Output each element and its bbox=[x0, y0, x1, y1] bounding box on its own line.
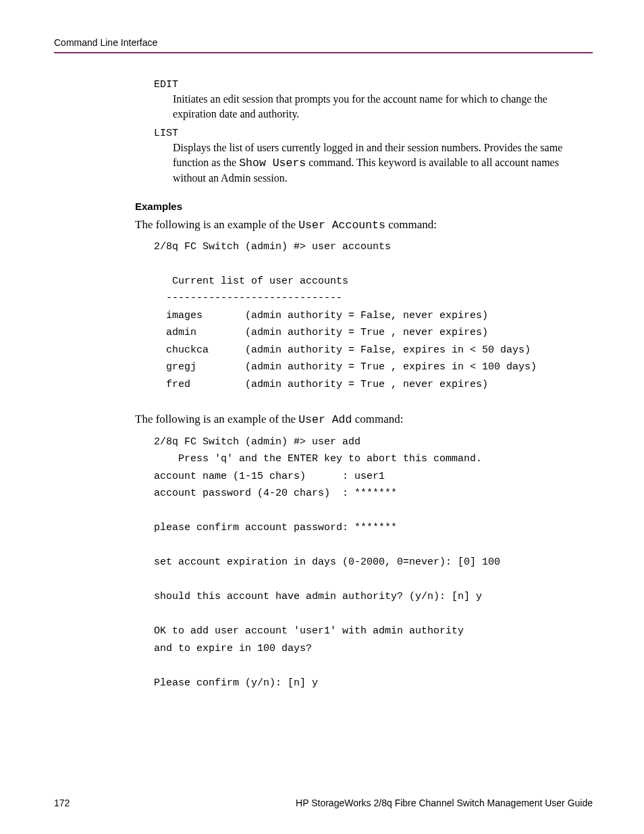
def-list: Displays the list of users currently log… bbox=[173, 140, 593, 185]
page-number: 172 bbox=[54, 798, 70, 808]
content-body: EDIT Initiates an edit session that prom… bbox=[54, 79, 593, 692]
intro1-pre: The following is an example of the bbox=[135, 218, 298, 231]
intro2-post: command: bbox=[352, 413, 403, 425]
intro1-code: User Accounts bbox=[298, 219, 385, 232]
examples-intro-2: The following is an example of the User … bbox=[135, 412, 593, 427]
term-edit: EDIT bbox=[154, 79, 593, 90]
header-rule bbox=[54, 52, 593, 53]
def-edit: Initiates an edit session that prompts y… bbox=[173, 92, 593, 121]
code-block-user-add: 2/8q FC Switch (admin) #> user add Press… bbox=[154, 434, 593, 692]
term-list: LIST bbox=[154, 128, 593, 139]
def-list-code: Show Users bbox=[239, 157, 306, 170]
code-block-user-accounts: 2/8q FC Switch (admin) #> user accounts … bbox=[154, 238, 593, 394]
running-header: Command Line Interface bbox=[54, 37, 593, 48]
intro2-pre: The following is an example of the bbox=[135, 413, 298, 425]
examples-intro-1: The following is an example of the User … bbox=[135, 217, 593, 233]
examples-heading: Examples bbox=[135, 201, 593, 212]
doc-title-footer: HP StorageWorks 2/8q Fibre Channel Switc… bbox=[296, 798, 593, 808]
intro1-post: command: bbox=[385, 218, 437, 231]
page: Command Line Interface EDIT Initiates an… bbox=[0, 0, 644, 834]
intro2-code: User Add bbox=[298, 413, 352, 426]
page-footer: 172 HP StorageWorks 2/8q Fibre Channel S… bbox=[54, 798, 593, 808]
